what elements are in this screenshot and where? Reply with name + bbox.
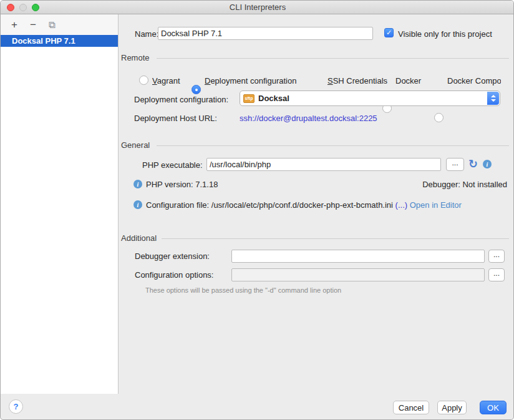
debugger-extension-input[interactable]	[231, 250, 485, 263]
chevron-down-icon	[491, 99, 496, 102]
additional-section-divider	[162, 238, 509, 239]
open-in-editor-link[interactable]: Open in Editor	[410, 200, 462, 210]
configuration-file-text: Configuration file: /usr/local/etc/php/c…	[146, 200, 393, 210]
info-icon: i	[483, 160, 492, 168]
configuration-options-input[interactable]	[231, 268, 485, 281]
php-version-text: PHP version: 7.1.18	[146, 180, 218, 189]
debugger-extension-label: Debugger extension:	[135, 252, 210, 261]
name-input[interactable]	[158, 27, 373, 40]
visible-project-label: Visible only for this project	[398, 29, 492, 39]
name-label: Name:	[135, 29, 158, 39]
sftp-icon: sftp	[243, 94, 255, 103]
deployment-configuration-value: Docksal	[258, 94, 289, 103]
list-item-docksal-php[interactable]: Docksal PHP 7.1	[1, 35, 118, 47]
cancel-button[interactable]: Cancel	[393, 401, 429, 414]
ok-button[interactable]: OK	[480, 401, 507, 414]
minimize-button	[19, 4, 27, 11]
traffic-lights	[7, 4, 39, 11]
remote-section-divider	[157, 58, 509, 59]
combo-stepper-icon[interactable]	[487, 92, 499, 105]
visible-project-checkbox[interactable]: ✓	[384, 28, 394, 37]
reload-icon[interactable]: ↻	[468, 159, 478, 170]
php-executable-input[interactable]	[206, 158, 441, 171]
configuration-options-label: Configuration options:	[135, 270, 213, 280]
radio-docker-label: Docker	[395, 76, 421, 85]
deployment-host-url-value[interactable]: ssh://docker@drupaltest.docksal:2225	[240, 114, 377, 123]
radio-docker-compose[interactable]	[434, 113, 444, 122]
php-executable-browse-button[interactable]: ...	[446, 158, 464, 171]
config-file-info-icon: i	[133, 200, 142, 209]
window-title: CLI Interpreters	[230, 2, 286, 12]
radio-deployment-configuration-label: Deployment configuration	[205, 76, 296, 85]
close-button[interactable]	[7, 4, 14, 11]
configuration-file-row: Configuration file: /usr/local/etc/php/c…	[146, 200, 462, 210]
deployment-host-url-label: Deployment Host URL:	[134, 114, 217, 123]
deployment-configuration-select[interactable]: sftp Docksal	[240, 90, 500, 106]
general-section-header: General	[121, 140, 150, 150]
help-button[interactable]: ?	[9, 399, 23, 414]
configuration-options-browse-button[interactable]: ...	[488, 268, 505, 281]
radio-deployment-configuration[interactable]	[192, 85, 201, 94]
options-note-text: These options will be passed using the "…	[145, 286, 341, 294]
radio-vagrant-label: Vagrant	[152, 76, 180, 85]
apply-button[interactable]: Apply	[437, 401, 467, 414]
radio-vagrant[interactable]	[139, 76, 148, 85]
titlebar: CLI Interpreters	[1, 1, 514, 14]
php-version-info-icon: i	[133, 180, 142, 188]
interpreter-list-panel: + − ⧉ Docksal PHP 7.1	[1, 14, 119, 394]
list-toolbar: + − ⧉	[1, 14, 118, 35]
debugger-extension-browse-button[interactable]: ...	[488, 250, 505, 263]
deployment-configuration-label: Deployment configuration:	[134, 95, 228, 104]
cli-interpreters-dialog: CLI Interpreters + − ⧉ Docksal PHP 7.1 N…	[0, 0, 514, 420]
php-executable-label: PHP executable:	[142, 160, 203, 170]
radio-docker-compose-label: Docker Compose	[447, 76, 501, 85]
general-section-divider	[157, 145, 509, 146]
zoom-button[interactable]	[32, 4, 39, 11]
remove-icon[interactable]: −	[27, 19, 39, 31]
additional-section-header: Additional	[121, 233, 157, 243]
radio-ssh-credentials-label: SSH Credentials	[327, 76, 387, 85]
debugger-status-text: Debugger: Not installed	[422, 180, 507, 189]
chevron-up-icon	[491, 95, 496, 97]
add-icon[interactable]: +	[8, 19, 21, 31]
remote-section-header: Remote	[121, 53, 150, 62]
copy-icon[interactable]: ⧉	[46, 19, 58, 31]
configuration-file-expand-link[interactable]: (...)	[395, 200, 408, 210]
